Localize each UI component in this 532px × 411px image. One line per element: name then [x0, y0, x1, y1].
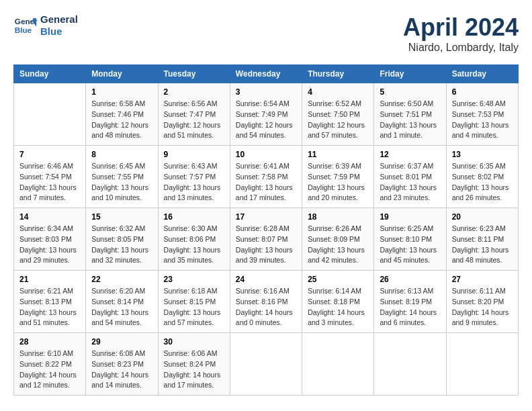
day-number: 13	[452, 150, 513, 159]
day-info: Sunrise: 6:26 AM Sunset: 8:09 PM Dayligh…	[308, 224, 368, 266]
day-number: 20	[452, 212, 513, 222]
calendar-cell: 20Sunrise: 6:23 AM Sunset: 8:11 PM Dayli…	[446, 208, 518, 271]
weekday-header: Saturday	[446, 65, 518, 83]
calendar-cell: 2Sunrise: 6:56 AM Sunset: 7:47 PM Daylig…	[158, 83, 230, 146]
day-info: Sunrise: 6:16 AM Sunset: 8:16 PM Dayligh…	[236, 286, 296, 328]
calendar-cell: 27Sunrise: 6:11 AM Sunset: 8:20 PM Dayli…	[446, 271, 518, 333]
day-info: Sunrise: 6:46 AM Sunset: 7:54 PM Dayligh…	[19, 161, 80, 203]
day-info: Sunrise: 6:52 AM Sunset: 7:50 PM Dayligh…	[308, 99, 368, 141]
calendar-cell: 7Sunrise: 6:46 AM Sunset: 7:54 PM Daylig…	[14, 146, 86, 208]
day-number: 26	[380, 275, 440, 284]
calendar-cell: 17Sunrise: 6:28 AM Sunset: 8:07 PM Dayli…	[230, 208, 302, 271]
calendar-cell: 30Sunrise: 6:06 AM Sunset: 8:24 PM Dayli…	[158, 333, 230, 396]
calendar-week-row: 1Sunrise: 6:58 AM Sunset: 7:46 PM Daylig…	[14, 83, 519, 146]
day-number: 8	[91, 150, 152, 159]
day-info: Sunrise: 6:18 AM Sunset: 8:15 PM Dayligh…	[164, 286, 224, 328]
day-info: Sunrise: 6:21 AM Sunset: 8:13 PM Dayligh…	[19, 286, 80, 328]
day-number: 29	[91, 337, 152, 347]
day-info: Sunrise: 6:25 AM Sunset: 8:10 PM Dayligh…	[380, 224, 440, 266]
calendar-cell	[302, 333, 374, 396]
day-number: 2	[164, 87, 224, 97]
subtitle: Niardo, Lombardy, Italy	[403, 42, 519, 54]
weekday-header-row: SundayMondayTuesdayWednesdayThursdayFrid…	[14, 65, 519, 83]
svg-text:Blue: Blue	[15, 26, 32, 34]
day-info: Sunrise: 6:06 AM Sunset: 8:24 PM Dayligh…	[164, 349, 224, 391]
calendar-cell: 4Sunrise: 6:52 AM Sunset: 7:50 PM Daylig…	[302, 83, 374, 146]
day-info: Sunrise: 6:41 AM Sunset: 7:58 PM Dayligh…	[236, 161, 296, 203]
calendar-cell: 28Sunrise: 6:10 AM Sunset: 8:22 PM Dayli…	[14, 333, 86, 396]
calendar-cell: 5Sunrise: 6:50 AM Sunset: 7:51 PM Daylig…	[374, 83, 446, 146]
calendar-cell: 23Sunrise: 6:18 AM Sunset: 8:15 PM Dayli…	[158, 271, 230, 333]
day-number: 12	[380, 150, 440, 159]
calendar-cell: 24Sunrise: 6:16 AM Sunset: 8:16 PM Dayli…	[230, 271, 302, 333]
day-info: Sunrise: 6:23 AM Sunset: 8:11 PM Dayligh…	[452, 224, 513, 266]
day-number: 19	[380, 212, 440, 222]
day-info: Sunrise: 6:35 AM Sunset: 8:02 PM Dayligh…	[452, 161, 513, 203]
day-info: Sunrise: 6:43 AM Sunset: 7:57 PM Dayligh…	[164, 161, 224, 203]
day-number: 25	[308, 275, 368, 284]
day-number: 7	[19, 150, 80, 159]
calendar-cell: 26Sunrise: 6:13 AM Sunset: 8:19 PM Dayli…	[374, 271, 446, 333]
day-number: 21	[19, 275, 80, 284]
logo: General Blue General Blue	[13, 13, 78, 38]
day-info: Sunrise: 6:56 AM Sunset: 7:47 PM Dayligh…	[164, 99, 224, 141]
day-number: 30	[164, 337, 224, 347]
day-info: Sunrise: 6:58 AM Sunset: 7:46 PM Dayligh…	[91, 99, 152, 141]
day-info: Sunrise: 6:08 AM Sunset: 8:23 PM Dayligh…	[91, 349, 152, 391]
day-number: 28	[19, 337, 80, 347]
day-number: 11	[308, 150, 368, 159]
calendar-cell: 9Sunrise: 6:43 AM Sunset: 7:57 PM Daylig…	[158, 146, 230, 208]
weekday-header: Friday	[374, 65, 446, 83]
day-number: 3	[236, 87, 296, 97]
calendar-cell: 29Sunrise: 6:08 AM Sunset: 8:23 PM Dayli…	[86, 333, 158, 396]
day-number: 18	[308, 212, 368, 222]
day-info: Sunrise: 6:37 AM Sunset: 8:01 PM Dayligh…	[380, 161, 440, 203]
calendar-cell	[14, 83, 86, 146]
day-info: Sunrise: 6:11 AM Sunset: 8:20 PM Dayligh…	[452, 286, 513, 328]
title-section: April 2024 Niardo, Lombardy, Italy	[403, 13, 519, 54]
day-number: 23	[164, 275, 224, 284]
weekday-header: Sunday	[14, 65, 86, 83]
calendar-table: SundayMondayTuesdayWednesdayThursdayFrid…	[13, 64, 519, 396]
day-info: Sunrise: 6:48 AM Sunset: 7:53 PM Dayligh…	[452, 99, 513, 141]
day-number: 1	[91, 87, 152, 97]
day-number: 22	[91, 275, 152, 284]
day-info: Sunrise: 6:54 AM Sunset: 7:49 PM Dayligh…	[236, 99, 296, 141]
calendar-week-row: 14Sunrise: 6:34 AM Sunset: 8:03 PM Dayli…	[14, 208, 519, 271]
day-info: Sunrise: 6:10 AM Sunset: 8:22 PM Dayligh…	[19, 349, 80, 391]
day-info: Sunrise: 6:34 AM Sunset: 8:03 PM Dayligh…	[19, 224, 80, 266]
calendar-cell	[374, 333, 446, 396]
calendar-week-row: 21Sunrise: 6:21 AM Sunset: 8:13 PM Dayli…	[14, 271, 519, 333]
calendar-week-row: 7Sunrise: 6:46 AM Sunset: 7:54 PM Daylig…	[14, 146, 519, 208]
calendar-cell	[230, 333, 302, 396]
logo-icon: General Blue	[13, 13, 38, 38]
day-number: 10	[236, 150, 296, 159]
day-info: Sunrise: 6:20 AM Sunset: 8:14 PM Dayligh…	[91, 286, 152, 328]
weekday-header: Tuesday	[158, 65, 230, 83]
calendar-week-row: 28Sunrise: 6:10 AM Sunset: 8:22 PM Dayli…	[14, 333, 519, 396]
calendar-cell: 8Sunrise: 6:45 AM Sunset: 7:55 PM Daylig…	[86, 146, 158, 208]
day-number: 27	[452, 275, 513, 284]
calendar-cell: 22Sunrise: 6:20 AM Sunset: 8:14 PM Dayli…	[86, 271, 158, 333]
weekday-header: Thursday	[302, 65, 374, 83]
calendar-cell: 15Sunrise: 6:32 AM Sunset: 8:05 PM Dayli…	[86, 208, 158, 271]
calendar-cell	[446, 333, 518, 396]
weekday-header: Wednesday	[230, 65, 302, 83]
day-number: 17	[236, 212, 296, 222]
calendar-cell: 19Sunrise: 6:25 AM Sunset: 8:10 PM Dayli…	[374, 208, 446, 271]
calendar-cell: 1Sunrise: 6:58 AM Sunset: 7:46 PM Daylig…	[86, 83, 158, 146]
day-info: Sunrise: 6:39 AM Sunset: 7:59 PM Dayligh…	[308, 161, 368, 203]
day-info: Sunrise: 6:14 AM Sunset: 8:18 PM Dayligh…	[308, 286, 368, 328]
calendar-cell: 11Sunrise: 6:39 AM Sunset: 7:59 PM Dayli…	[302, 146, 374, 208]
day-number: 24	[236, 275, 296, 284]
calendar-cell: 16Sunrise: 6:30 AM Sunset: 8:06 PM Dayli…	[158, 208, 230, 271]
day-info: Sunrise: 6:30 AM Sunset: 8:06 PM Dayligh…	[164, 224, 224, 266]
calendar-cell: 10Sunrise: 6:41 AM Sunset: 7:58 PM Dayli…	[230, 146, 302, 208]
day-number: 4	[308, 87, 368, 97]
day-number: 15	[91, 212, 152, 222]
day-info: Sunrise: 6:28 AM Sunset: 8:07 PM Dayligh…	[236, 224, 296, 266]
calendar-cell: 14Sunrise: 6:34 AM Sunset: 8:03 PM Dayli…	[14, 208, 86, 271]
day-number: 16	[164, 212, 224, 222]
day-info: Sunrise: 6:32 AM Sunset: 8:05 PM Dayligh…	[91, 224, 152, 266]
calendar-cell: 3Sunrise: 6:54 AM Sunset: 7:49 PM Daylig…	[230, 83, 302, 146]
